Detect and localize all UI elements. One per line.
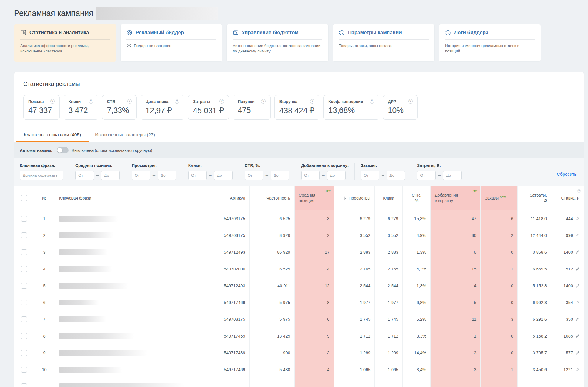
tab-2[interactable]: Исключенные кластеры (27) <box>94 129 156 142</box>
filter-range-label: Заказы: <box>361 163 405 168</box>
cell-orders: 3 <box>481 311 518 328</box>
table-row: 554971249340 911122 5442 5441,3%405 152,… <box>14 278 584 294</box>
cell-cart_adds: 36 <box>430 227 480 244</box>
sort-descending-icon[interactable] <box>342 196 346 200</box>
help-icon[interactable]: ? <box>261 99 266 104</box>
cell-ctr: 1,3% <box>403 278 431 294</box>
help-icon[interactable]: ? <box>127 99 132 104</box>
cell-freq: 40 911 <box>249 278 294 294</box>
nav-card-4[interactable]: Параметры кампанииТовары, ставки, зоны п… <box>333 24 435 62</box>
row-checkbox[interactable] <box>21 266 27 272</box>
nav-card-5[interactable]: Логи биддераИстория изменения рекламных … <box>439 24 541 62</box>
toggle-knob-icon <box>57 148 62 153</box>
select-all-checkbox[interactable] <box>21 195 27 201</box>
row-checkbox-cell <box>14 294 34 311</box>
range-from-input[interactable] <box>75 171 94 180</box>
row-checkbox[interactable] <box>21 232 27 238</box>
cell-num: 7 <box>34 311 55 328</box>
range-from-input[interactable] <box>301 171 320 180</box>
range-to-input[interactable] <box>271 171 289 180</box>
cell-costs: 3 858,6 <box>517 244 551 261</box>
nav-card-head: Рекламный биддер <box>126 30 216 36</box>
help-icon[interactable]: ? <box>50 99 55 104</box>
range-from-input[interactable] <box>417 171 436 180</box>
edit-bid-icon[interactable] <box>575 233 579 238</box>
nav-card-3[interactable]: Управление бюджетомАвтопополнение бюджет… <box>226 24 329 62</box>
redacted-keyword-phrase <box>59 266 112 272</box>
cell-cart_adds: 15 <box>430 261 480 278</box>
stat-value: 438 424 ₽ <box>279 106 315 115</box>
stat-label: Покупки <box>238 99 254 104</box>
column-header-views[interactable]: Просмотры <box>334 186 375 210</box>
range-from-input[interactable] <box>188 171 207 180</box>
cell-costs: 5 168,2 <box>517 328 551 345</box>
cell-clicks: 2 765 <box>375 261 403 278</box>
edit-bid-icon[interactable] <box>575 351 579 355</box>
table-row: 65497174695 97581 9771 9776,8%506 992,33… <box>14 294 584 311</box>
budget-card-icon <box>233 30 239 36</box>
help-icon[interactable]: ? <box>370 99 374 104</box>
row-checkbox[interactable] <box>21 367 27 373</box>
keyword-filter-input[interactable] <box>20 171 63 180</box>
cell-bid: 577 <box>551 345 584 361</box>
edit-bid-icon[interactable] <box>575 250 579 255</box>
nav-card-2[interactable]: Рекламный биддерБиддер не настроен <box>120 24 222 62</box>
row-checkbox[interactable] <box>21 383 27 387</box>
range-from-input[interactable] <box>132 171 150 180</box>
row-checkbox[interactable] <box>21 350 27 356</box>
cell-phrase <box>55 345 219 361</box>
edit-bid-icon[interactable] <box>575 284 579 288</box>
stat-card-2: Клики?3 472 <box>64 95 98 120</box>
cell-costs: 3 795,7 <box>517 345 551 361</box>
row-checkbox[interactable] <box>21 283 27 289</box>
cell-orders: 6 <box>481 210 518 227</box>
help-icon[interactable]: ? <box>219 99 224 104</box>
column-header-costs: Затраты, ₽ <box>517 186 551 210</box>
redacted-keyword-phrase <box>59 283 128 289</box>
help-icon[interactable]: ? <box>89 99 93 104</box>
cell-views: 2 544 <box>334 278 375 294</box>
range-to-input[interactable] <box>214 171 233 180</box>
edit-bid-icon[interactable] <box>575 217 579 221</box>
reset-filters-link[interactable]: Сбросить <box>557 166 577 177</box>
help-icon[interactable]: ? <box>408 99 413 104</box>
range-from-input[interactable] <box>245 171 263 180</box>
range-to-input[interactable] <box>327 171 346 180</box>
stat-label: Коэф. конверсии <box>328 99 363 104</box>
row-checkbox[interactable] <box>21 316 27 322</box>
cell-clicks: 3 552 <box>375 227 403 244</box>
range-to-input[interactable] <box>443 171 462 180</box>
stat-card-top: Затраты? <box>193 99 224 104</box>
help-icon[interactable]: ? <box>310 99 314 104</box>
column-header-label: Просмотры <box>349 195 370 201</box>
edit-bid-icon[interactable] <box>575 334 579 338</box>
automation-toggle[interactable] <box>57 147 69 153</box>
filter-range-6: Заказы:– <box>355 163 411 180</box>
edit-bid-icon[interactable] <box>575 368 579 372</box>
cell-phrase <box>55 227 219 244</box>
edit-bid-icon[interactable] <box>575 317 579 322</box>
nav-card-1[interactable]: Статистика и аналитикаАналитика эффектив… <box>14 24 116 62</box>
bid-value: 1400 <box>564 283 573 288</box>
row-checkbox[interactable] <box>21 333 27 339</box>
table-row: 15497031756 52536 2796 27915,3%47611 418… <box>14 210 584 227</box>
row-checkbox[interactable] <box>21 249 27 255</box>
help-icon[interactable]: ? <box>577 189 581 193</box>
help-icon[interactable]: ? <box>175 99 179 104</box>
cell-costs: 6 992,3 <box>517 294 551 311</box>
range-to-input[interactable] <box>158 171 176 180</box>
edit-bid-icon[interactable] <box>575 267 579 271</box>
stat-card-top: Коэф. конверсии? <box>328 99 374 104</box>
tab-1[interactable]: Кластеры с показами (405) <box>23 129 81 142</box>
column-header-label: № <box>42 196 46 200</box>
column-header-ctr: CTR, % <box>403 186 431 210</box>
range-to-input[interactable] <box>101 171 120 180</box>
row-checkbox[interactable] <box>21 300 27 305</box>
range-to-input[interactable] <box>387 171 405 180</box>
edit-bid-icon[interactable] <box>575 300 579 305</box>
stat-value: 47 337 <box>28 106 55 115</box>
bid-value: 350 <box>566 317 573 322</box>
range-from-input[interactable] <box>361 171 379 180</box>
row-checkbox[interactable] <box>21 216 27 222</box>
cell-orders <box>481 378 518 387</box>
